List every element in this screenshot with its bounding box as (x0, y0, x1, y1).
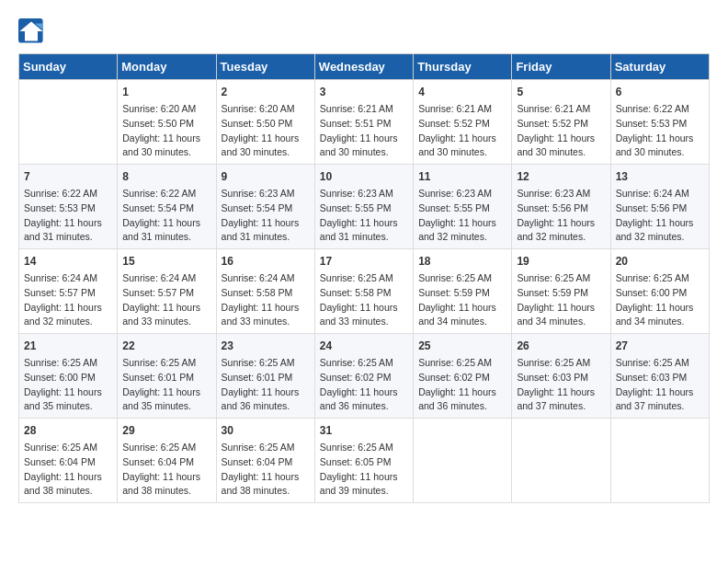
cell-detail: Daylight: 11 hours (24, 216, 112, 231)
cell-detail: Sunrise: 6:23 AM (222, 187, 310, 201)
cell-detail: Daylight: 11 hours (320, 385, 408, 400)
cell-detail: Sunset: 6:04 PM (24, 455, 112, 470)
cell-detail: Daylight: 11 hours (222, 385, 310, 400)
column-header-tuesday: Tuesday (216, 54, 314, 80)
cell-detail: Daylight: 11 hours (222, 470, 310, 485)
cell-detail: Sunrise: 6:23 AM (418, 187, 506, 201)
cell-detail: Sunset: 5:59 PM (517, 286, 605, 301)
cell-detail: Sunset: 6:02 PM (418, 371, 506, 385)
calendar-cell (19, 80, 118, 165)
calendar-cell (512, 419, 610, 503)
day-number: 1 (122, 84, 210, 100)
cell-detail: and 30 minutes. (320, 145, 408, 160)
column-header-wednesday: Wednesday (314, 54, 413, 80)
cell-detail: Sunrise: 6:25 AM (418, 271, 506, 286)
cell-detail: and 38 minutes. (24, 484, 112, 499)
cell-detail: Daylight: 11 hours (517, 301, 605, 316)
cell-detail: Sunrise: 6:22 AM (616, 102, 704, 117)
cell-detail: and 36 minutes. (320, 399, 408, 414)
day-number: 17 (320, 253, 408, 270)
column-header-friday: Friday (512, 54, 610, 80)
cell-detail: and 34 minutes. (616, 315, 704, 329)
calendar-cell: 2Sunrise: 6:20 AMSunset: 5:50 PMDaylight… (216, 80, 314, 165)
cell-detail: Sunset: 5:56 PM (616, 201, 704, 216)
cell-detail: and 33 minutes. (122, 315, 210, 329)
cell-detail: Sunset: 5:55 PM (320, 201, 408, 216)
day-number: 21 (24, 338, 112, 354)
calendar-table: SundayMondayTuesdayWednesdayThursdayFrid… (18, 53, 710, 503)
day-number: 12 (517, 168, 605, 185)
calendar-cell: 9Sunrise: 6:23 AMSunset: 5:54 PMDaylight… (216, 165, 314, 249)
cell-detail: Sunrise: 6:25 AM (517, 356, 605, 371)
cell-detail: Daylight: 11 hours (320, 216, 408, 231)
cell-detail: Sunrise: 6:25 AM (616, 271, 704, 286)
cell-detail: and 30 minutes. (222, 145, 310, 160)
cell-detail: Sunrise: 6:23 AM (517, 187, 605, 201)
cell-detail: Sunset: 6:00 PM (616, 286, 704, 301)
calendar-cell: 16Sunrise: 6:24 AMSunset: 5:58 PMDayligh… (216, 249, 314, 334)
cell-detail: and 36 minutes. (418, 399, 506, 414)
cell-detail: and 31 minutes. (320, 230, 408, 245)
cell-detail: Daylight: 11 hours (418, 216, 506, 231)
cell-detail: and 31 minutes. (24, 230, 112, 245)
calendar-cell: 23Sunrise: 6:25 AMSunset: 6:01 PMDayligh… (216, 334, 314, 419)
cell-detail: Sunrise: 6:25 AM (122, 441, 210, 455)
calendar-cell: 21Sunrise: 6:25 AMSunset: 6:00 PMDayligh… (19, 334, 118, 419)
cell-detail: and 35 minutes. (24, 399, 112, 414)
cell-detail: Sunrise: 6:22 AM (24, 187, 112, 201)
cell-detail: Sunrise: 6:25 AM (24, 441, 112, 455)
cell-detail: Daylight: 11 hours (24, 385, 112, 400)
cell-detail: Sunset: 6:00 PM (24, 371, 112, 385)
calendar-cell: 6Sunrise: 6:22 AMSunset: 5:53 PMDaylight… (610, 80, 709, 165)
calendar-cell: 30Sunrise: 6:25 AMSunset: 6:04 PMDayligh… (216, 419, 314, 503)
calendar-cell: 7Sunrise: 6:22 AMSunset: 5:53 PMDaylight… (19, 165, 118, 249)
header-row: SundayMondayTuesdayWednesdayThursdayFrid… (19, 54, 710, 80)
cell-detail: Sunrise: 6:21 AM (418, 102, 506, 117)
cell-detail: Sunrise: 6:24 AM (616, 187, 704, 201)
day-number: 8 (122, 168, 210, 185)
cell-detail: Sunset: 6:03 PM (616, 371, 704, 385)
cell-detail: Daylight: 11 hours (122, 470, 210, 485)
cell-detail: Daylight: 11 hours (616, 301, 704, 316)
column-header-thursday: Thursday (414, 54, 512, 80)
day-number: 30 (222, 422, 310, 439)
calendar-cell: 1Sunrise: 6:20 AMSunset: 5:50 PMDaylight… (118, 80, 216, 165)
cell-detail: Sunset: 6:05 PM (320, 455, 408, 470)
column-header-saturday: Saturday (610, 54, 709, 80)
calendar-cell: 24Sunrise: 6:25 AMSunset: 6:02 PMDayligh… (314, 334, 413, 419)
calendar-cell: 20Sunrise: 6:25 AMSunset: 6:00 PMDayligh… (610, 249, 709, 334)
calendar-cell: 22Sunrise: 6:25 AMSunset: 6:01 PMDayligh… (118, 334, 216, 419)
day-number: 23 (222, 338, 310, 354)
calendar-cell: 27Sunrise: 6:25 AMSunset: 6:03 PMDayligh… (610, 334, 709, 419)
day-number: 24 (320, 338, 408, 354)
calendar-cell: 8Sunrise: 6:22 AMSunset: 5:54 PMDaylight… (118, 165, 216, 249)
page-header (18, 18, 710, 44)
week-row-2: 7Sunrise: 6:22 AMSunset: 5:53 PMDaylight… (19, 165, 710, 249)
cell-detail: Daylight: 11 hours (320, 132, 408, 146)
cell-detail: and 31 minutes. (222, 230, 310, 245)
cell-detail: Daylight: 11 hours (222, 216, 310, 231)
cell-detail: Sunrise: 6:23 AM (320, 187, 408, 201)
calendar-cell: 28Sunrise: 6:25 AMSunset: 6:04 PMDayligh… (19, 419, 118, 503)
cell-detail: Daylight: 11 hours (517, 216, 605, 231)
cell-detail: Sunset: 6:02 PM (320, 371, 408, 385)
cell-detail: and 30 minutes. (418, 145, 506, 160)
day-number: 26 (517, 338, 605, 354)
calendar-cell: 11Sunrise: 6:23 AMSunset: 5:55 PMDayligh… (414, 165, 512, 249)
day-number: 13 (616, 168, 704, 185)
cell-detail: Sunset: 5:52 PM (418, 117, 506, 132)
day-number: 15 (122, 253, 210, 270)
cell-detail: and 30 minutes. (122, 145, 210, 160)
cell-detail: Sunrise: 6:25 AM (517, 271, 605, 286)
day-number: 10 (320, 168, 408, 185)
cell-detail: Sunrise: 6:20 AM (222, 102, 310, 117)
cell-detail: and 31 minutes. (122, 230, 210, 245)
cell-detail: Sunset: 6:04 PM (122, 455, 210, 470)
cell-detail: Daylight: 11 hours (616, 216, 704, 231)
cell-detail: Daylight: 11 hours (122, 385, 210, 400)
week-row-1: 1Sunrise: 6:20 AMSunset: 5:50 PMDaylight… (19, 80, 710, 165)
day-number: 19 (517, 253, 605, 270)
cell-detail: Sunrise: 6:21 AM (517, 102, 605, 117)
calendar-cell: 14Sunrise: 6:24 AMSunset: 5:57 PMDayligh… (19, 249, 118, 334)
calendar-cell: 13Sunrise: 6:24 AMSunset: 5:56 PMDayligh… (610, 165, 709, 249)
